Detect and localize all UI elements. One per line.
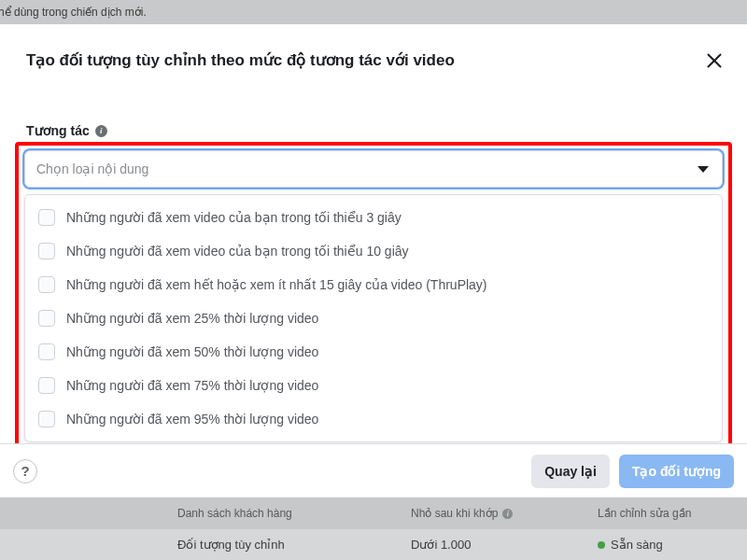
row-status-text: Sẵn sàng (611, 538, 663, 552)
close-icon[interactable] (706, 52, 723, 69)
back-button[interactable]: Quay lại (531, 455, 610, 488)
info-icon[interactable]: i (502, 509, 513, 519)
content-type-dropdown: Những người đã xem video của bạn trong t… (24, 194, 723, 442)
footer-actions: Quay lại Tạo đối tượng (531, 455, 734, 488)
col-size-label: Nhỏ sau khi khớp (411, 507, 498, 520)
engagement-label: Tương tác i (26, 123, 107, 138)
modal-footer: ? Quay lại Tạo đối tượng (0, 443, 747, 497)
option-label: Những người đã xem video của bạn trong t… (66, 210, 402, 225)
checkbox-icon[interactable] (38, 310, 55, 327)
option-label: Những người đã xem 50% thời lượng video (66, 344, 318, 359)
checkbox-icon[interactable] (38, 343, 55, 360)
col-size: Nhỏ sau khi khớp i (355, 507, 588, 520)
option-75pct[interactable]: Những người đã xem 75% thời lượng video (25, 369, 722, 402)
content-type-placeholder: Chọn loại nội dung (36, 161, 148, 176)
row-size: Dưới 1.000 (355, 538, 588, 552)
content-type-select[interactable]: Chọn loại nội dung (24, 150, 723, 188)
banner-text: hể dùng trong chiến dịch mới. (0, 6, 147, 19)
option-label: Những người đã xem 95% thời lượng video (66, 412, 318, 427)
option-25pct[interactable]: Những người đã xem 25% thời lượng video (25, 301, 722, 335)
option-3sec[interactable]: Những người đã xem video của bạn trong t… (25, 201, 722, 234)
modal-title: Tạo đối tượng tùy chỉnh theo mức độ tươn… (26, 50, 455, 70)
custom-audience-modal: Tạo đối tượng tùy chỉnh theo mức độ tươn… (0, 24, 747, 497)
modal-header: Tạo đối tượng tùy chỉnh theo mức độ tươn… (0, 24, 747, 91)
checkbox-icon[interactable] (38, 411, 55, 427)
checkbox-icon[interactable] (38, 377, 55, 394)
create-button-label: Tạo đối tượng (632, 464, 721, 479)
status-dot-icon (598, 541, 605, 549)
option-95pct[interactable]: Những người đã xem 95% thời lượng video (25, 402, 722, 436)
background-table: Danh sách khách hàng Nhỏ sau khi khớp i … (0, 497, 747, 560)
col-list: Danh sách khách hàng (0, 507, 355, 520)
option-label: Những người đã xem 25% thời lượng video (66, 311, 318, 326)
chevron-down-icon (698, 166, 709, 173)
checkbox-icon[interactable] (38, 276, 55, 293)
option-label: Những người đã xem video của bạn trong t… (66, 244, 409, 259)
help-glyph: ? (21, 463, 29, 479)
option-50pct[interactable]: Những người đã xem 50% thời lượng video (25, 335, 722, 369)
row-name: Đối tượng tùy chỉnh (0, 538, 355, 552)
table-row[interactable]: Đối tượng tùy chỉnh Dưới 1.000 Sẵn sàng (0, 529, 747, 560)
info-icon[interactable]: i (95, 125, 107, 137)
help-icon[interactable]: ? (13, 459, 37, 483)
back-button-label: Quay lại (544, 464, 597, 479)
checkbox-icon[interactable] (38, 243, 55, 259)
checkbox-icon[interactable] (38, 209, 55, 226)
row-status: Sẵn sàng (588, 538, 747, 552)
table-header: Danh sách khách hàng Nhỏ sau khi khớp i … (0, 497, 747, 529)
page-banner: hể dùng trong chiến dịch mới. (0, 0, 747, 24)
create-audience-button[interactable]: Tạo đối tượng (619, 455, 734, 488)
option-10sec[interactable]: Những người đã xem video của bạn trong t… (25, 234, 722, 268)
option-label: Những người đã xem hết hoặc xem ít nhất … (66, 277, 487, 292)
option-thruplay[interactable]: Những người đã xem hết hoặc xem ít nhất … (25, 268, 722, 301)
option-label: Những người đã xem 75% thời lượng video (66, 378, 318, 393)
col-edited: Lần chỉnh sửa gần (588, 507, 747, 520)
engagement-label-text: Tương tác (26, 123, 90, 138)
